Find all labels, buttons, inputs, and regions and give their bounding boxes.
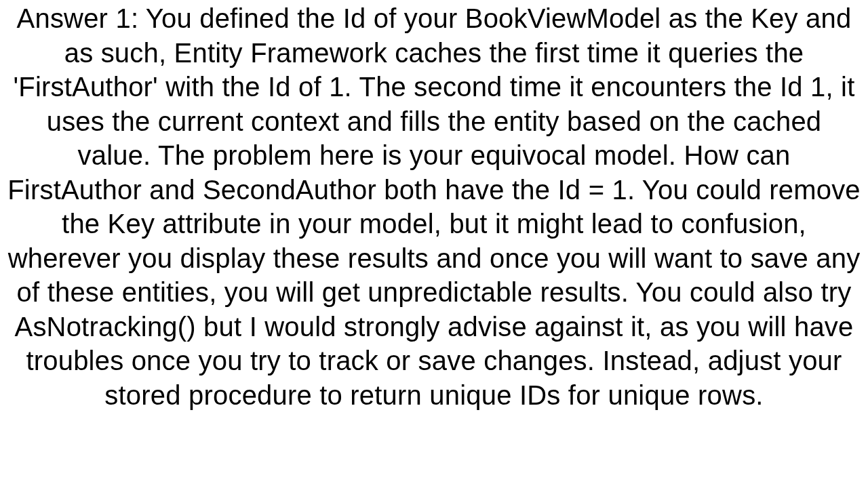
answer-body-text: Answer 1: You defined the Id of your Boo…: [7, 0, 861, 412]
document-page: Answer 1: You defined the Id of your Boo…: [0, 0, 868, 488]
